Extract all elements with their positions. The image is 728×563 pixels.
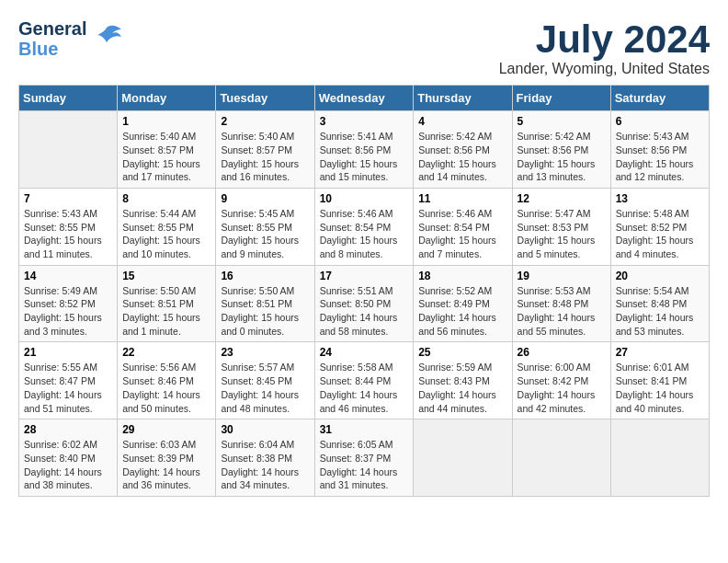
calendar-body: 1Sunrise: 5:40 AMSunset: 8:57 PMDaylight…	[19, 111, 710, 497]
day-number: 6	[616, 115, 704, 128]
calendar-cell: 7Sunrise: 5:43 AMSunset: 8:55 PMDaylight…	[19, 188, 118, 265]
calendar-cell: 12Sunrise: 5:47 AMSunset: 8:53 PMDayligh…	[512, 188, 610, 265]
calendar-header-row: SundayMondayTuesdayWednesdayThursdayFrid…	[19, 86, 710, 111]
day-number: 1	[122, 115, 210, 128]
calendar-cell: 26Sunrise: 6:00 AMSunset: 8:42 PMDayligh…	[512, 342, 610, 419]
day-info: Sunrise: 5:40 AMSunset: 8:57 PMDaylight:…	[122, 130, 210, 184]
logo-bird-icon	[90, 20, 123, 58]
column-header-wednesday: Wednesday	[314, 86, 414, 111]
calendar-cell: 16Sunrise: 5:50 AMSunset: 8:51 PMDayligh…	[216, 265, 314, 342]
calendar-cell: 22Sunrise: 5:56 AMSunset: 8:46 PMDayligh…	[118, 342, 216, 419]
logo: General Blue	[18, 18, 123, 59]
day-number: 30	[221, 423, 309, 436]
calendar-cell: 6Sunrise: 5:43 AMSunset: 8:56 PMDaylight…	[610, 111, 709, 189]
calendar-cell: 2Sunrise: 5:40 AMSunset: 8:57 PMDaylight…	[216, 111, 314, 189]
calendar-cell: 18Sunrise: 5:52 AMSunset: 8:49 PMDayligh…	[414, 265, 512, 342]
calendar-cell: 25Sunrise: 5:59 AMSunset: 8:43 PMDayligh…	[414, 342, 512, 419]
calendar-cell: 24Sunrise: 5:58 AMSunset: 8:44 PMDayligh…	[314, 342, 414, 419]
day-info: Sunrise: 5:42 AMSunset: 8:56 PMDaylight:…	[418, 130, 506, 184]
day-info: Sunrise: 5:41 AMSunset: 8:56 PMDaylight:…	[320, 130, 409, 184]
day-info: Sunrise: 5:56 AMSunset: 8:46 PMDaylight:…	[122, 361, 210, 415]
day-info: Sunrise: 5:59 AMSunset: 8:43 PMDaylight:…	[418, 361, 506, 415]
day-number: 26	[518, 346, 606, 359]
page-header: General Blue July 2024 Lander, Wyoming, …	[18, 18, 710, 77]
day-number: 31	[320, 423, 409, 436]
day-number: 9	[221, 192, 309, 205]
calendar-cell: 30Sunrise: 6:04 AMSunset: 8:38 PMDayligh…	[216, 419, 314, 497]
day-info: Sunrise: 6:05 AMSunset: 8:37 PMDaylight:…	[320, 438, 409, 492]
column-header-saturday: Saturday	[610, 86, 709, 111]
day-number: 24	[320, 346, 409, 359]
day-info: Sunrise: 5:43 AMSunset: 8:55 PMDaylight:…	[24, 207, 112, 261]
day-number: 2	[221, 115, 309, 128]
day-number: 13	[616, 192, 704, 205]
calendar-cell: 15Sunrise: 5:50 AMSunset: 8:51 PMDayligh…	[118, 265, 216, 342]
calendar-cell: 20Sunrise: 5:54 AMSunset: 8:48 PMDayligh…	[610, 265, 709, 342]
day-info: Sunrise: 5:40 AMSunset: 8:57 PMDaylight:…	[221, 130, 309, 184]
day-info: Sunrise: 5:46 AMSunset: 8:54 PMDaylight:…	[418, 207, 506, 261]
calendar-cell: 13Sunrise: 5:48 AMSunset: 8:52 PMDayligh…	[610, 188, 709, 265]
day-info: Sunrise: 5:50 AMSunset: 8:51 PMDaylight:…	[221, 284, 309, 339]
calendar-cell: 14Sunrise: 5:49 AMSunset: 8:52 PMDayligh…	[19, 265, 118, 342]
column-header-sunday: Sunday	[19, 86, 118, 111]
logo-blue: Blue	[18, 39, 86, 59]
calendar-cell: 9Sunrise: 5:45 AMSunset: 8:55 PMDaylight…	[216, 188, 314, 265]
calendar-cell	[512, 419, 610, 497]
calendar-cell: 27Sunrise: 6:01 AMSunset: 8:41 PMDayligh…	[610, 342, 709, 419]
day-info: Sunrise: 6:02 AMSunset: 8:40 PMDaylight:…	[24, 438, 112, 492]
calendar-cell: 1Sunrise: 5:40 AMSunset: 8:57 PMDaylight…	[118, 111, 216, 189]
day-number: 11	[418, 192, 506, 205]
day-number: 7	[24, 192, 112, 205]
day-info: Sunrise: 5:49 AMSunset: 8:52 PMDaylight:…	[24, 284, 112, 339]
day-number: 19	[518, 270, 606, 282]
day-info: Sunrise: 5:45 AMSunset: 8:55 PMDaylight:…	[221, 207, 309, 261]
day-number: 12	[518, 192, 606, 205]
day-number: 20	[616, 270, 704, 282]
month-title: July 2024	[499, 18, 710, 61]
day-info: Sunrise: 5:51 AMSunset: 8:50 PMDaylight:…	[320, 284, 409, 339]
day-number: 21	[24, 346, 112, 359]
day-info: Sunrise: 6:01 AMSunset: 8:41 PMDaylight:…	[616, 361, 704, 415]
calendar-week-4: 21Sunrise: 5:55 AMSunset: 8:47 PMDayligh…	[19, 342, 710, 419]
day-number: 17	[320, 270, 409, 282]
calendar-cell: 5Sunrise: 5:42 AMSunset: 8:56 PMDaylight…	[512, 111, 610, 189]
calendar-cell: 23Sunrise: 5:57 AMSunset: 8:45 PMDayligh…	[216, 342, 314, 419]
day-number: 8	[122, 192, 210, 205]
calendar-week-5: 28Sunrise: 6:02 AMSunset: 8:40 PMDayligh…	[19, 419, 710, 497]
day-number: 3	[320, 115, 409, 128]
day-info: Sunrise: 6:04 AMSunset: 8:38 PMDaylight:…	[221, 438, 309, 492]
calendar-cell: 17Sunrise: 5:51 AMSunset: 8:50 PMDayligh…	[314, 265, 414, 342]
day-info: Sunrise: 6:03 AMSunset: 8:39 PMDaylight:…	[122, 438, 210, 492]
day-info: Sunrise: 5:52 AMSunset: 8:49 PMDaylight:…	[418, 284, 506, 339]
day-info: Sunrise: 5:46 AMSunset: 8:54 PMDaylight:…	[320, 207, 409, 261]
day-number: 27	[616, 346, 704, 359]
day-number: 29	[122, 423, 210, 436]
day-info: Sunrise: 6:00 AMSunset: 8:42 PMDaylight:…	[518, 361, 606, 415]
calendar-week-2: 7Sunrise: 5:43 AMSunset: 8:55 PMDaylight…	[19, 188, 710, 265]
day-info: Sunrise: 5:55 AMSunset: 8:47 PMDaylight:…	[24, 361, 112, 415]
day-info: Sunrise: 5:47 AMSunset: 8:53 PMDaylight:…	[518, 207, 606, 261]
calendar-cell: 8Sunrise: 5:44 AMSunset: 8:55 PMDaylight…	[118, 188, 216, 265]
calendar-cell: 29Sunrise: 6:03 AMSunset: 8:39 PMDayligh…	[118, 419, 216, 497]
day-info: Sunrise: 5:43 AMSunset: 8:56 PMDaylight:…	[616, 130, 704, 184]
day-number: 10	[320, 192, 409, 205]
calendar-cell: 10Sunrise: 5:46 AMSunset: 8:54 PMDayligh…	[314, 188, 414, 265]
column-header-thursday: Thursday	[414, 86, 512, 111]
day-number: 18	[418, 270, 506, 282]
day-info: Sunrise: 5:50 AMSunset: 8:51 PMDaylight:…	[122, 284, 210, 339]
calendar-cell	[610, 419, 709, 497]
column-header-friday: Friday	[512, 86, 610, 111]
day-info: Sunrise: 5:54 AMSunset: 8:48 PMDaylight:…	[616, 284, 704, 339]
day-info: Sunrise: 5:44 AMSunset: 8:55 PMDaylight:…	[122, 207, 210, 261]
calendar-cell: 4Sunrise: 5:42 AMSunset: 8:56 PMDaylight…	[414, 111, 512, 189]
calendar-cell	[19, 111, 118, 189]
day-number: 4	[418, 115, 506, 128]
day-number: 25	[418, 346, 506, 359]
calendar-cell: 31Sunrise: 6:05 AMSunset: 8:37 PMDayligh…	[314, 419, 414, 497]
day-info: Sunrise: 5:58 AMSunset: 8:44 PMDaylight:…	[320, 361, 409, 415]
calendar-cell: 19Sunrise: 5:53 AMSunset: 8:48 PMDayligh…	[512, 265, 610, 342]
calendar-table: SundayMondayTuesdayWednesdayThursdayFrid…	[18, 85, 710, 497]
calendar-week-1: 1Sunrise: 5:40 AMSunset: 8:57 PMDaylight…	[19, 111, 710, 189]
day-number: 16	[221, 270, 309, 282]
day-number: 14	[24, 270, 112, 282]
